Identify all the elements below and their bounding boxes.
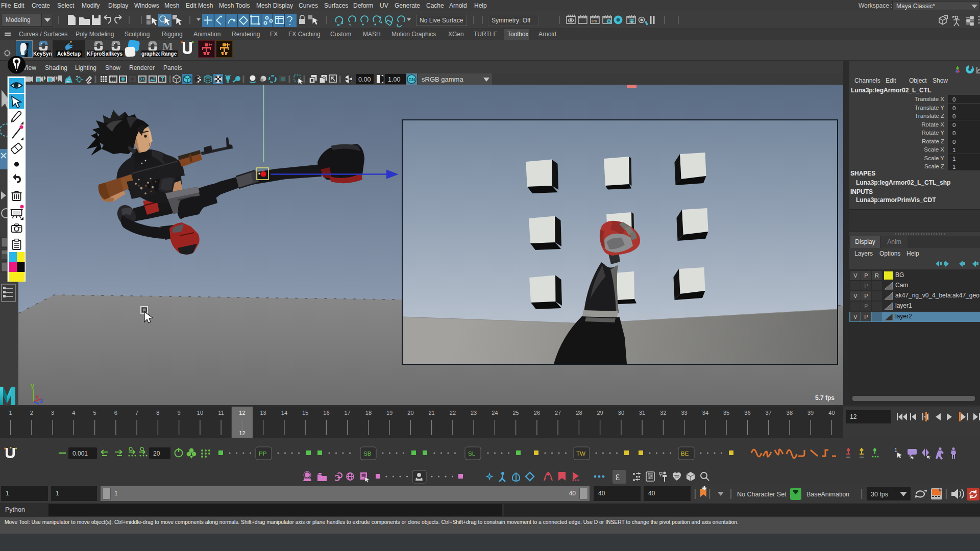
svg-text:12: 12 — [239, 410, 245, 416]
svg-text:34: 34 — [702, 410, 708, 416]
svg-text:19: 19 — [386, 410, 393, 416]
svg-text:18: 18 — [365, 410, 372, 416]
svg-text:TW: TW — [576, 450, 585, 457]
svg-text:29: 29 — [597, 410, 603, 416]
svg-text:36: 36 — [744, 410, 750, 416]
svg-text:38: 38 — [787, 410, 793, 416]
svg-text:20: 20 — [407, 410, 413, 416]
svg-text:28: 28 — [576, 410, 582, 416]
svg-text:10: 10 — [197, 410, 203, 416]
svg-text:20: 20 — [153, 450, 160, 457]
svg-text:22: 22 — [450, 410, 456, 416]
svg-text:32: 32 — [660, 410, 666, 416]
svg-text:27: 27 — [555, 410, 561, 416]
svg-text:BaseAnimation: BaseAnimation — [806, 491, 849, 498]
svg-text:0.00: 0.00 — [358, 76, 371, 83]
svg-text:21: 21 — [428, 410, 434, 416]
svg-text:x: x — [36, 393, 39, 399]
svg-text:5.7 fps: 5.7 fps — [815, 394, 835, 402]
svg-text:4: 4 — [72, 410, 75, 416]
svg-text:39: 39 — [807, 410, 814, 416]
svg-text:8: 8 — [156, 410, 159, 416]
svg-text:11: 11 — [218, 410, 224, 416]
svg-text:37: 37 — [765, 410, 771, 416]
svg-text:3: 3 — [51, 410, 54, 416]
svg-text:12: 12 — [239, 430, 245, 436]
svg-text:25: 25 — [512, 410, 519, 416]
svg-text:0.001: 0.001 — [72, 450, 88, 457]
svg-text:7: 7 — [135, 410, 138, 416]
svg-text:6: 6 — [114, 410, 117, 416]
svg-text:Ɛ: Ɛ — [616, 473, 620, 482]
svg-text:1: 1 — [9, 410, 12, 416]
svg-text:31: 31 — [639, 410, 645, 416]
svg-text:5: 5 — [93, 410, 96, 416]
svg-text:9: 9 — [178, 410, 181, 416]
svg-text:2: 2 — [30, 410, 33, 416]
svg-text:SL: SL — [468, 450, 476, 457]
svg-text:16: 16 — [323, 410, 329, 416]
svg-text:PP: PP — [259, 450, 267, 457]
svg-text:sRGB gamma: sRGB gamma — [422, 76, 463, 83]
svg-text:23: 23 — [471, 410, 477, 416]
svg-text:1.00: 1.00 — [388, 76, 400, 83]
svg-text:y: y — [31, 382, 35, 389]
svg-text:13: 13 — [260, 410, 266, 416]
svg-text:GN: GN — [409, 77, 415, 82]
svg-text:14: 14 — [281, 410, 287, 416]
svg-text:BE: BE — [681, 450, 689, 457]
svg-text:33: 33 — [681, 410, 687, 416]
svg-text:35: 35 — [723, 410, 729, 416]
svg-text:17: 17 — [344, 410, 350, 416]
svg-text:IPR: IPR — [592, 19, 597, 23]
svg-text:SB: SB — [363, 450, 372, 457]
svg-text:No Character Set: No Character Set — [737, 491, 787, 498]
svg-text:15: 15 — [302, 410, 308, 416]
svg-text:z: z — [40, 397, 43, 405]
svg-text:40: 40 — [828, 410, 835, 416]
svg-text:26: 26 — [534, 410, 540, 416]
svg-text:30: 30 — [618, 410, 624, 416]
svg-text:24: 24 — [492, 410, 498, 416]
svg-text:30 fps: 30 fps — [871, 491, 888, 498]
svg-text:1: 1 — [894, 447, 897, 453]
